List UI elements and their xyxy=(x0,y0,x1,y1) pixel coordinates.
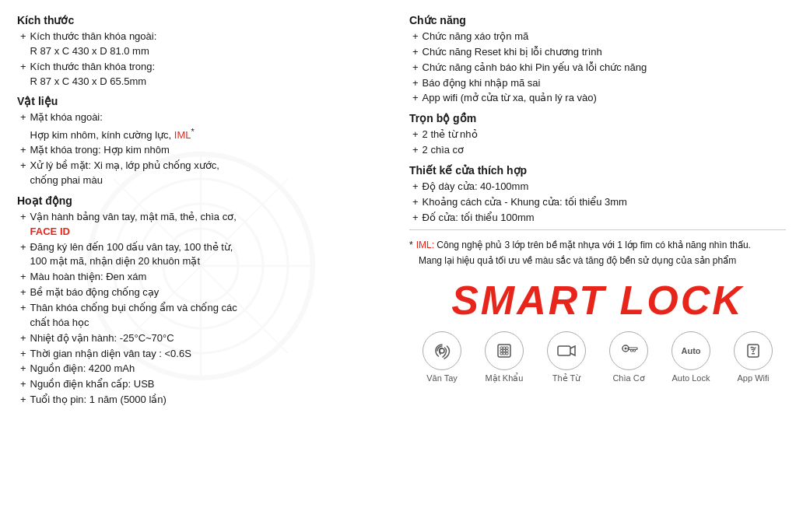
van-tay-icon xyxy=(423,331,461,370)
svg-rect-8 xyxy=(506,347,508,349)
list-item: + Xử lý bề mặt: Xi mạ, lớp phủ chống xướ… xyxy=(17,159,386,188)
bullet-icon: + xyxy=(412,180,419,194)
iml-note: * IML: Công nghệ phủ 3 lớp trên bề mặt n… xyxy=(409,238,786,268)
list-item: + Nhiệt độ vận hành: -25°C~70°C xyxy=(17,331,386,346)
bullet-icon: + xyxy=(412,76,419,91)
list-item: + Mặt khóa trong: Hợp kim nhôm xyxy=(17,143,386,158)
item-text: 2 chìa cơ xyxy=(423,143,786,158)
item-sub: chất hóa học xyxy=(30,317,89,328)
the-tu-icon xyxy=(547,331,586,370)
smart-lock-logo: SMART LOCK xyxy=(409,277,786,324)
iml-label: IML: xyxy=(416,240,434,250)
list-item: + Báo động khi nhập mã sai xyxy=(409,76,786,91)
item-text: Thân khóa chống bụi chống ẩm và chống cá… xyxy=(30,301,386,331)
svg-rect-13 xyxy=(503,352,506,355)
item-text: Mặt khóa trong: Hợp kim nhôm xyxy=(30,143,386,158)
bullet-icon: + xyxy=(412,61,419,75)
mat-khau-label: Mật Khẩu xyxy=(486,373,524,383)
svg-point-17 xyxy=(625,348,627,350)
bullet-icon: + xyxy=(412,30,419,44)
list-item: + Kích thước thân khóa ngoài:R 87 x C 43… xyxy=(17,30,386,59)
app-wifi-label: App Wifi xyxy=(738,373,770,383)
svg-rect-23 xyxy=(752,353,755,355)
the-tu-label: Thẻ Từ xyxy=(552,373,580,383)
item-text: Màu hoàn thiện: Đen xám xyxy=(30,270,386,285)
list-item: + Thân khóa chống bụi chống ẩm và chống … xyxy=(17,301,386,331)
bullet-icon: + xyxy=(20,270,26,285)
list-item: + Chức năng xáo trộn mã xyxy=(409,30,786,44)
list-item: + App wifi (mở cửa từ xa, quản lý ra vào… xyxy=(409,91,786,106)
svg-rect-20 xyxy=(631,350,633,352)
bullet-icon: + xyxy=(412,143,419,158)
svg-rect-14 xyxy=(506,352,508,355)
right-column: Chức năng + Chức năng xáo trộn mã + Chức… xyxy=(402,14,786,523)
left-column: Kích thước + Kích thước thân khóa ngoài:… xyxy=(17,14,402,523)
bullet-icon: + xyxy=(20,143,26,158)
svg-rect-11 xyxy=(506,350,508,352)
item-text: Độ dày cửa: 40-100mm xyxy=(423,180,786,194)
icon-van-tay: Vân Tay xyxy=(416,331,468,383)
bullet-icon: + xyxy=(412,211,419,226)
bullet-icon: + xyxy=(20,159,26,173)
auto-lock-label: Auto Lock xyxy=(672,373,710,383)
item-text: Nguồn điện: 4200 mAh xyxy=(30,362,386,376)
bullet-icon: + xyxy=(20,377,26,392)
icon-auto-lock: Auto Auto Lock xyxy=(664,331,717,383)
list-item: + Độ dày cửa: 40-100mm xyxy=(409,180,786,194)
bullet-icon: + xyxy=(20,393,26,408)
icon-the-tu: Thẻ Từ xyxy=(540,331,593,383)
divider xyxy=(409,229,786,230)
bullet-icon: + xyxy=(20,301,26,316)
list-item: + Thời gian nhận diện vân tay : <0.6S xyxy=(17,347,386,362)
bullet-icon: + xyxy=(412,45,419,60)
list-item: + Tuổi thọ pin: 1 năm (5000 lần) xyxy=(17,393,386,408)
icon-app-wifi: App Wifi xyxy=(727,331,780,383)
star-icon: * xyxy=(409,238,413,252)
iml-note-line2: Mang lại hiệu quả tối ưu về màu sắc và t… xyxy=(409,254,786,268)
list-item: + Đăng ký lên đến 100 dấu vân tay, 100 t… xyxy=(17,240,386,270)
smart-lock-text: SMART LOCK xyxy=(451,278,744,323)
kich-thuoc-title: Kích thước xyxy=(17,14,386,26)
iml-tag: IML xyxy=(174,129,191,141)
svg-rect-12 xyxy=(500,352,503,355)
item-sub: 100 mật mã, nhận diện 20 khuôn mặt xyxy=(30,255,200,267)
svg-rect-15 xyxy=(558,346,570,355)
face-id-text: FACE ID xyxy=(30,226,70,237)
bullet-icon: + xyxy=(20,110,26,125)
chia-co-label: Chìa Cơ xyxy=(612,373,644,383)
bullet-icon: + xyxy=(20,362,26,376)
item-text: Xử lý bề mặt: Xi mạ, lớp phủ chống xước,… xyxy=(30,159,386,188)
list-item: + Kích thước thân khóa trong:R 87 x C 43… xyxy=(17,60,386,89)
bullet-icon: + xyxy=(20,60,26,75)
bullet-icon: + xyxy=(412,128,419,142)
bullet-icon: + xyxy=(412,195,419,210)
item-text: Mặt khóa ngoài:Hợp kim nhôm, kính cường … xyxy=(30,110,386,142)
auto-lock-icon: Auto xyxy=(672,331,710,370)
item-text: Bề mặt báo động chống cạy xyxy=(30,285,386,300)
item-sub: Hợp kim nhôm, kính cường lực, IML* xyxy=(30,129,195,141)
list-item: + Chức năng cảnh báo khi Pin yếu và lỗi … xyxy=(409,61,786,75)
app-wifi-icon xyxy=(734,331,773,370)
mat-khau-icon xyxy=(485,331,524,370)
list-item: + Đố cửa: tối thiểu 100mm xyxy=(409,211,786,226)
iml-note-text: IML: Công nghệ phủ 3 lớp trên bề mặt nhự… xyxy=(416,238,751,252)
item-text: Nhiệt độ vận hành: -25°C~70°C xyxy=(30,331,386,346)
bullet-icon: + xyxy=(20,331,26,346)
item-text: Chức năng cảnh báo khi Pin yếu và lỗi ch… xyxy=(423,61,786,75)
svg-rect-10 xyxy=(503,350,506,352)
item-text: Nguồn điện khẩn cấp: USB xyxy=(30,377,386,392)
chia-co-icon xyxy=(609,331,648,370)
svg-rect-7 xyxy=(503,347,506,349)
bullet-icon: + xyxy=(20,30,26,44)
item-sub: chống phai màu xyxy=(30,174,103,186)
thiet-ke-title: Thiết kế cửa thích hợp xyxy=(409,164,786,177)
item-sub: R 87 x C 430 x D 81.0 mm xyxy=(30,45,149,57)
bullet-icon: + xyxy=(20,285,26,300)
bullet-icon: + xyxy=(20,347,26,362)
icon-chia-co: Chìa Cơ xyxy=(602,331,655,383)
item-text: Kích thước thân khóa ngoài:R 87 x C 430 … xyxy=(30,30,386,59)
item-sub: R 87 x C 430 x D 65.5mm xyxy=(30,75,147,87)
chuc-nang-title: Chức năng xyxy=(409,14,786,26)
item-text: 2 thẻ từ nhỏ xyxy=(423,128,786,142)
svg-rect-9 xyxy=(500,350,503,352)
